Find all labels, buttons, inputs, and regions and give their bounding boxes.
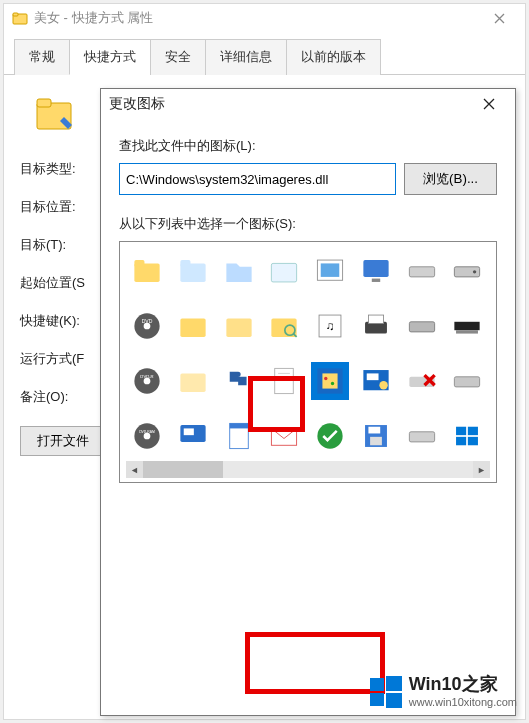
svg-rect-11	[363, 260, 388, 277]
close-button[interactable]	[477, 5, 521, 31]
svg-rect-52	[183, 428, 193, 435]
svg-rect-54	[229, 423, 248, 428]
svg-point-41	[324, 377, 327, 380]
window-title: 美女 - 快捷方式 属性	[34, 9, 477, 27]
puzzle-icon[interactable]	[220, 362, 258, 400]
optical-drive-icon[interactable]	[448, 252, 486, 290]
checkmark-icon[interactable]	[311, 417, 349, 455]
icon-path-input[interactable]	[119, 163, 396, 195]
scroll-left-icon[interactable]: ◄	[126, 461, 143, 478]
svg-rect-58	[368, 427, 380, 434]
windows-logo-icon	[369, 675, 403, 709]
icon-dialog-titlebar: 更改图标	[101, 89, 515, 119]
folder-open-icon[interactable]	[220, 252, 258, 290]
scroll-track[interactable]	[143, 461, 473, 478]
video-icon[interactable]	[311, 362, 349, 400]
tab-general[interactable]: 常规	[14, 39, 70, 75]
drive2-icon[interactable]	[403, 307, 441, 345]
select-icon-label: 从以下列表中选择一个图标(S):	[119, 215, 497, 233]
folder-yellow2-icon[interactable]	[220, 307, 258, 345]
folder-yellow-icon[interactable]	[174, 307, 212, 345]
svg-text:DVD-RAM: DVD-RAM	[139, 430, 155, 434]
svg-rect-35	[275, 368, 294, 393]
svg-text:DVD-R: DVD-R	[140, 374, 153, 379]
svg-rect-44	[366, 373, 378, 380]
scroll-right-icon[interactable]: ►	[473, 461, 490, 478]
svg-point-32	[144, 378, 151, 385]
folder-icon[interactable]	[128, 252, 166, 290]
dvdr-disc-icon[interactable]: DVD-R	[128, 362, 166, 400]
folder-front-icon[interactable]	[174, 252, 212, 290]
svg-rect-60	[409, 432, 434, 442]
svg-text:♫: ♫	[326, 319, 335, 332]
drive3-icon[interactable]	[448, 362, 486, 400]
watermark: Win10之家 www.win10xitong.com	[369, 674, 517, 709]
monitor-app-icon[interactable]	[174, 417, 212, 455]
scroll-thumb[interactable]	[143, 461, 223, 478]
look-in-label: 查找此文件中的图标(L):	[119, 137, 497, 155]
horizontal-scrollbar[interactable]: ◄ ►	[126, 461, 490, 478]
svg-rect-13	[409, 267, 434, 277]
svg-rect-1	[13, 13, 18, 16]
tab-previous[interactable]: 以前的版本	[286, 39, 381, 75]
printer-icon[interactable]	[357, 307, 395, 345]
svg-rect-3	[37, 99, 51, 107]
svg-rect-68	[386, 693, 402, 708]
label-target-type: 目标类型:	[20, 160, 96, 178]
drive-icon[interactable]	[403, 252, 441, 290]
svg-rect-30	[456, 330, 478, 333]
tab-details[interactable]: 详细信息	[205, 39, 287, 75]
svg-point-15	[473, 270, 476, 273]
svg-rect-61	[456, 427, 466, 435]
folder-large-icon	[34, 93, 74, 133]
music-icon[interactable]: ♫	[311, 307, 349, 345]
tab-bar: 常规 快捷方式 安全 详细信息 以前的版本	[4, 32, 525, 75]
control-item-icon[interactable]	[357, 362, 395, 400]
mail-icon[interactable]	[265, 417, 303, 455]
dvd-disc-icon[interactable]: DVD	[128, 307, 166, 345]
label-comment: 备注(O):	[20, 388, 96, 406]
icon-dialog-title: 更改图标	[109, 95, 471, 113]
browse-button[interactable]: 浏览(B)...	[404, 163, 497, 195]
dvdram-disc-icon[interactable]: DVD-RAM	[128, 417, 166, 455]
icon-dialog-close-button[interactable]	[471, 90, 507, 118]
label-target-loc: 目标位置:	[20, 198, 96, 216]
svg-rect-67	[370, 693, 384, 706]
change-icon-dialog: 更改图标 查找此文件中的图标(L): 浏览(B)... 从以下列表中选择一个图标…	[100, 88, 516, 716]
svg-point-42	[331, 382, 334, 385]
folder-glass-icon[interactable]	[265, 252, 303, 290]
svg-rect-27	[368, 315, 383, 323]
svg-point-17	[144, 323, 151, 330]
svg-rect-28	[409, 322, 434, 332]
svg-rect-12	[372, 279, 380, 282]
svg-text:DVD: DVD	[142, 318, 153, 324]
svg-point-49	[144, 433, 151, 440]
monitor-icon[interactable]	[357, 252, 395, 290]
folder-search-icon[interactable]	[265, 307, 303, 345]
folder-plain-icon[interactable]	[174, 362, 212, 400]
svg-rect-20	[226, 318, 251, 337]
svg-point-45	[379, 381, 387, 389]
svg-rect-47	[455, 377, 480, 387]
page-icon[interactable]	[220, 417, 258, 455]
close-icon	[483, 98, 495, 110]
ram-icon[interactable]	[448, 307, 486, 345]
window-icon[interactable]	[448, 417, 486, 455]
drive4-icon[interactable]	[403, 417, 441, 455]
close-icon	[494, 13, 505, 24]
label-start-in: 起始位置(S	[20, 274, 96, 292]
svg-rect-5	[134, 260, 144, 267]
svg-rect-8	[272, 263, 297, 282]
image-icon[interactable]	[311, 252, 349, 290]
svg-rect-63	[456, 437, 466, 445]
watermark-title: Win10之家	[409, 674, 517, 696]
open-file-location-button[interactable]: 打开文件	[20, 426, 106, 456]
titlebar: 美女 - 快捷方式 属性	[4, 4, 525, 32]
svg-rect-10	[321, 263, 340, 276]
tab-security[interactable]: 安全	[150, 39, 206, 75]
floppy-icon[interactable]	[357, 417, 395, 455]
svg-rect-19	[180, 318, 205, 337]
doc-icon[interactable]	[265, 362, 303, 400]
tab-shortcut[interactable]: 快捷方式	[69, 39, 151, 75]
drive-x-icon[interactable]	[403, 362, 441, 400]
